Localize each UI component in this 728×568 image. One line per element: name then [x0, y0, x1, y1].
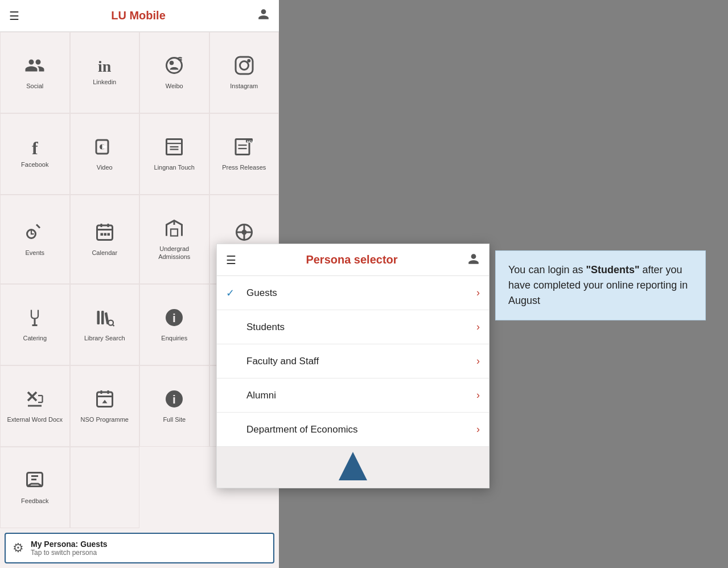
facebook-label: Facebook	[21, 160, 48, 168]
svg-text:i: i	[172, 392, 176, 405]
selector-hamburger-icon[interactable]: ☰	[226, 253, 236, 267]
grid-item-help[interactable]: i Full Site	[139, 365, 209, 447]
svg-rect-36	[97, 311, 100, 324]
svg-text:i: i	[172, 311, 176, 324]
instagram-icon	[234, 55, 254, 79]
grid-item-events[interactable]: Events	[0, 195, 70, 284]
grid-item-catering[interactable]: Catering	[0, 284, 70, 365]
svg-rect-25	[171, 229, 178, 236]
selector-person-icon[interactable]	[467, 253, 480, 267]
svg-point-30	[242, 231, 246, 234]
persona-selector: ☰ Persona selector ✓ Guests › ✓ Students…	[216, 244, 490, 488]
external-word-label: External Word Docx	[7, 415, 63, 423]
selector-item-faculty-staff[interactable]: ✓ Faculty and Staff ›	[217, 344, 489, 378]
selector-item-students[interactable]: ✓ Students ›	[217, 310, 489, 344]
callout-box: You can login as "Students" after you ha…	[495, 250, 706, 320]
social-icon	[24, 55, 45, 79]
app-header: ☰ LU Mobile	[0, 0, 279, 32]
selector-item-dept-economics[interactable]: ✓ Department of Economics ›	[217, 413, 489, 447]
enquiries-icon: i	[164, 307, 184, 331]
lingnan-touch-label: Lingnan Touch	[154, 163, 195, 171]
feedback-icon	[24, 470, 45, 493]
catering-icon	[24, 307, 45, 331]
svg-point-4	[248, 60, 250, 61]
video-label: Video	[97, 163, 113, 171]
grid-item-video[interactable]: Video	[70, 113, 140, 195]
feedback-label: Feedback	[21, 497, 48, 505]
svg-rect-37	[101, 311, 104, 324]
selector-item-label-dept: Department of Economics	[246, 424, 476, 435]
selector-list: ✓ Guests › ✓ Students › ✓ Faculty and St…	[217, 276, 489, 447]
callout-text-before: You can login as	[508, 264, 586, 275]
chevron-right-icon-alumni: ›	[476, 389, 480, 401]
svg-text:NEWS: NEWS	[246, 139, 254, 143]
svg-line-40	[113, 325, 114, 326]
facebook-icon: f	[32, 139, 38, 157]
grid-item-linkedin[interactable]: in Linkedin	[70, 32, 140, 113]
calendar-label: Calendar	[92, 249, 117, 257]
help-label: Full Site	[163, 415, 186, 423]
enquiries-label: Enquiries	[161, 334, 187, 342]
persona-bar[interactable]: ⚙ My Persona: Guests Tap to switch perso…	[5, 533, 274, 563]
external-word-icon	[24, 389, 45, 412]
library-search-label: Library Search	[84, 334, 125, 342]
chevron-right-icon-faculty: ›	[476, 355, 480, 367]
grid-item-enquiries[interactable]: i Enquiries	[139, 284, 209, 365]
grid-item-external-word[interactable]: External Word Docx	[0, 365, 70, 447]
chevron-right-icon-dept: ›	[476, 423, 480, 435]
grid-item-weibo[interactable]: Weibo	[139, 32, 209, 113]
selector-item-label-students: Students	[246, 322, 476, 333]
selector-title: Persona selector	[306, 253, 397, 266]
svg-marker-53	[102, 400, 107, 403]
persona-gear-icon: ⚙	[13, 541, 24, 555]
library-search-icon	[94, 307, 115, 331]
grid-item-social[interactable]: Social	[0, 32, 70, 113]
svg-rect-24	[107, 233, 110, 236]
catering-label: Catering	[23, 334, 47, 342]
undergrad-admissions-label: Undergrad Admissions	[145, 245, 204, 261]
grid-item-nso-programme[interactable]: NSO Programme	[70, 365, 140, 447]
check-icon: ✓	[226, 287, 240, 299]
person-icon[interactable]	[257, 8, 270, 23]
persona-text: My Persona: Guests Tap to switch persona	[31, 540, 108, 557]
svg-marker-7	[102, 144, 107, 149]
svg-rect-2	[236, 57, 253, 74]
selector-item-label-faculty: Faculty and Staff	[246, 356, 476, 367]
grid-item-lingnan-touch[interactable]: Lingnan Touch	[139, 113, 209, 195]
linkedin-label: Linkedin	[93, 78, 116, 86]
linkedin-icon: in	[98, 59, 111, 75]
grid-item-undergrad-admissions[interactable]: Undergrad Admissions	[139, 195, 209, 284]
events-label: Events	[25, 249, 44, 257]
nso-programme-label: NSO Programme	[81, 415, 129, 423]
hamburger-icon[interactable]: ☰	[9, 9, 19, 23]
grid-item-calendar[interactable]: Calendar	[70, 195, 140, 284]
svg-marker-61	[339, 452, 367, 480]
grid-item-feedback[interactable]: Feedback	[0, 447, 70, 528]
svg-rect-23	[104, 233, 106, 236]
press-releases-label: Press Releases	[222, 163, 266, 171]
arrow-up-icon	[336, 449, 370, 483]
chevron-right-icon: ›	[476, 287, 480, 299]
svg-rect-18	[97, 225, 112, 240]
grid-item-library-search[interactable]: Library Search	[70, 284, 140, 365]
wayfinding-icon	[234, 222, 254, 245]
nso-programme-icon	[94, 389, 115, 412]
grid-item-facebook[interactable]: f Facebook	[0, 113, 70, 195]
social-label: Social	[26, 82, 43, 90]
undergrad-admissions-icon	[164, 218, 184, 241]
svg-point-1	[170, 61, 174, 65]
chevron-right-icon-students: ›	[476, 321, 480, 333]
selector-header: ☰ Persona selector	[217, 244, 489, 276]
selector-item-guests[interactable]: ✓ Guests ›	[217, 276, 489, 310]
help-icon: i	[164, 389, 184, 412]
svg-point-3	[240, 61, 248, 69]
persona-text-sub: Tap to switch persona	[31, 549, 108, 557]
lingnan-touch-icon	[164, 137, 184, 160]
weibo-icon	[164, 55, 184, 79]
grid-item-instagram[interactable]: Instagram	[209, 32, 279, 113]
selector-item-alumni[interactable]: ✓ Alumni ›	[217, 378, 489, 413]
callout-text-bold: "Students"	[586, 264, 639, 275]
selector-item-label-guests: Guests	[246, 287, 476, 299]
instagram-label: Instagram	[230, 82, 258, 90]
grid-item-press-releases[interactable]: NEWS Press Releases	[209, 113, 279, 195]
